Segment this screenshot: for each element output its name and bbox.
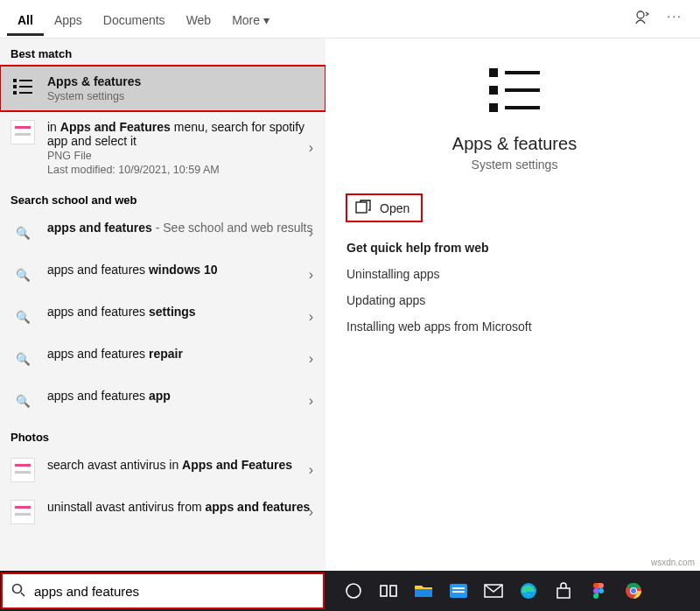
svg-rect-16 bbox=[381, 586, 387, 596]
svg-rect-5 bbox=[19, 86, 32, 88]
result-title: Apps & features bbox=[47, 74, 315, 88]
watermark: wsxdn.com bbox=[651, 558, 695, 567]
app-icon[interactable] bbox=[448, 580, 469, 601]
file-explorer-icon[interactable] bbox=[413, 580, 434, 601]
search-icon: 🔍 bbox=[10, 389, 35, 413]
svg-rect-11 bbox=[505, 88, 540, 92]
web-result-4[interactable]: 🔍 apps and features repair › bbox=[0, 338, 326, 380]
web-result-1[interactable]: 🔍 apps and features - See school and web… bbox=[0, 212, 326, 254]
settings-list-icon bbox=[10, 74, 35, 99]
web-result-3[interactable]: 🔍 apps and features settings › bbox=[0, 296, 326, 338]
more-options-icon[interactable]: ··· bbox=[667, 9, 682, 29]
section-best-match: Best match bbox=[0, 39, 326, 66]
image-thumbnail-icon bbox=[10, 120, 35, 144]
detail-panel: Apps & features System settings Open Get… bbox=[326, 39, 700, 571]
result-subtitle: System settings bbox=[47, 90, 315, 102]
feedback-icon[interactable] bbox=[634, 9, 651, 29]
search-icon: 🔍 bbox=[10, 221, 35, 245]
taskbar-search[interactable] bbox=[2, 573, 324, 608]
result-title: in Apps and Features menu, search for sp… bbox=[47, 120, 315, 148]
photo-result-2[interactable]: uninstall avast antivirus from apps and … bbox=[0, 491, 326, 533]
image-thumbnail-icon bbox=[10, 458, 35, 482]
svg-rect-10 bbox=[505, 71, 540, 74]
tab-all[interactable]: All bbox=[7, 3, 44, 36]
svg-rect-13 bbox=[356, 202, 367, 213]
chevron-right-icon: › bbox=[309, 140, 313, 156]
svg-rect-20 bbox=[452, 591, 465, 593]
chevron-right-icon: › bbox=[309, 267, 313, 283]
quick-help-link-webapps[interactable]: Installing web apps from Microsoft bbox=[346, 320, 682, 334]
svg-rect-2 bbox=[13, 85, 17, 88]
tab-web[interactable]: Web bbox=[176, 3, 222, 36]
edge-icon[interactable] bbox=[518, 580, 539, 601]
svg-point-15 bbox=[346, 584, 360, 598]
open-button[interactable]: Open bbox=[346, 194, 422, 221]
result-apps-and-features[interactable]: Apps & features System settings bbox=[0, 66, 326, 111]
chevron-right-icon: › bbox=[309, 225, 313, 241]
quick-help-link-uninstall[interactable]: Uninstalling apps bbox=[346, 267, 682, 281]
search-icon: 🔍 bbox=[10, 347, 35, 371]
tab-more[interactable]: More ▾ bbox=[221, 3, 280, 36]
search-icon: 🔍 bbox=[10, 263, 35, 287]
svg-rect-6 bbox=[19, 92, 32, 94]
chevron-right-icon: › bbox=[309, 309, 313, 325]
search-icon bbox=[11, 583, 25, 600]
photo-result-1[interactable]: search avast antivirus in Apps and Featu… bbox=[0, 449, 326, 491]
task-view-icon[interactable] bbox=[378, 580, 399, 601]
chevron-right-icon: › bbox=[309, 393, 313, 409]
svg-rect-8 bbox=[489, 86, 498, 95]
svg-rect-4 bbox=[19, 80, 32, 81]
svg-rect-7 bbox=[489, 68, 498, 77]
taskbar bbox=[0, 571, 700, 611]
search-icon: 🔍 bbox=[10, 305, 35, 329]
figma-icon[interactable] bbox=[588, 580, 609, 601]
chevron-down-icon: ▾ bbox=[263, 13, 270, 27]
image-thumbnail-icon bbox=[10, 500, 35, 524]
svg-rect-1 bbox=[13, 79, 17, 82]
section-photos: Photos bbox=[0, 422, 326, 449]
settings-list-icon bbox=[484, 63, 545, 120]
search-scope-tabs: All Apps Documents Web More ▾ ··· bbox=[0, 0, 700, 39]
detail-title: Apps & features bbox=[346, 134, 682, 154]
svg-rect-12 bbox=[505, 106, 540, 109]
web-result-5[interactable]: 🔍 apps and features app › bbox=[0, 380, 326, 422]
quick-help-heading: Get quick help from web bbox=[346, 241, 682, 255]
section-school-web: Search school and web bbox=[0, 185, 326, 212]
tab-apps[interactable]: Apps bbox=[44, 3, 93, 36]
svg-point-26 bbox=[631, 588, 636, 593]
results-panel: Best match Apps & features System settin… bbox=[0, 39, 326, 571]
chevron-right-icon: › bbox=[309, 462, 313, 478]
open-icon bbox=[355, 200, 371, 216]
svg-point-23 bbox=[598, 588, 604, 593]
chrome-icon[interactable] bbox=[623, 580, 644, 601]
open-label: Open bbox=[380, 201, 410, 215]
result-modified: Last modified: 10/9/2021, 10:59 AM bbox=[47, 164, 315, 176]
mail-icon[interactable] bbox=[483, 580, 504, 601]
store-icon[interactable] bbox=[553, 580, 574, 601]
search-input[interactable] bbox=[32, 574, 314, 607]
svg-point-14 bbox=[13, 584, 22, 593]
result-png-file[interactable]: in Apps and Features menu, search for sp… bbox=[0, 111, 326, 185]
chevron-right-icon: › bbox=[309, 504, 313, 520]
svg-rect-9 bbox=[489, 103, 498, 112]
quick-help-link-update[interactable]: Updating apps bbox=[346, 293, 682, 307]
result-filetype: PNG File bbox=[47, 150, 315, 162]
web-result-2[interactable]: 🔍 apps and features windows 10 › bbox=[0, 254, 326, 296]
svg-rect-3 bbox=[13, 91, 17, 95]
svg-rect-19 bbox=[452, 587, 465, 589]
detail-subtitle: System settings bbox=[346, 158, 682, 172]
svg-point-0 bbox=[637, 11, 644, 18]
svg-rect-17 bbox=[390, 586, 396, 596]
cortana-icon[interactable] bbox=[343, 580, 364, 601]
tab-documents[interactable]: Documents bbox=[93, 3, 176, 36]
chevron-right-icon: › bbox=[309, 351, 313, 367]
